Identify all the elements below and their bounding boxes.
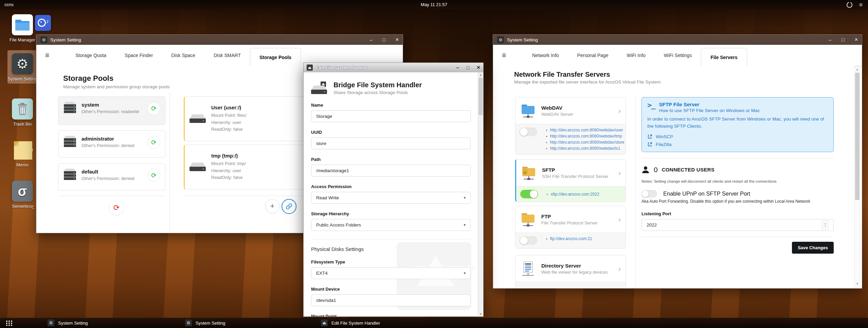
listening-port-input[interactable]: 2022 ∧∨ — [641, 219, 834, 231]
close-button[interactable]: × — [396, 37, 399, 43]
taskbar-item-system-setting-2[interactable]: ⚙ System Setting — [185, 318, 225, 328]
scrollbar-thumb[interactable] — [855, 73, 860, 200]
tab-network-info[interactable]: Network Info — [523, 45, 568, 66]
tab-storage-pools[interactable]: Storage Pools — [250, 48, 301, 66]
server-card-sftp[interactable]: SFTP SSH File Transfer Protocol Server ›… — [515, 159, 626, 202]
tab-file-servers[interactable]: File Servers — [701, 48, 747, 66]
taskbar-item-system-setting-1[interactable]: ⚙ System Setting — [48, 318, 88, 328]
scroll-down-icon[interactable]: ∨ — [478, 312, 483, 315]
chevron-right-icon[interactable]: › — [618, 216, 621, 223]
mount-device-label: Mount Device — [311, 287, 471, 292]
connected-count: 0 — [654, 166, 658, 174]
chevron-right-icon[interactable]: › — [618, 107, 621, 115]
bullet-icon: ▸ — [547, 193, 548, 196]
storage-hierarchy-select[interactable]: Public Access Folders▾ — [311, 219, 471, 231]
caret-down-icon: ▾ — [464, 271, 466, 275]
fsh-hierarchy: Hierarchy: user — [211, 119, 246, 126]
webdav-url-link[interactable]: ▸http://dev.arozos.com:8080/webdav/user — [546, 128, 624, 132]
scrollbar-thumb[interactable] — [478, 78, 483, 115]
tab-storage-quota[interactable]: Storage Quota — [66, 45, 115, 66]
tab-wifi-info[interactable]: WiFi Info — [617, 45, 654, 66]
close-button[interactable]: × — [477, 64, 480, 71]
top-menu-bar: ccns May 11 21:57 ≡ — [0, 0, 868, 10]
uuid-input[interactable]: store — [311, 138, 471, 149]
desktop-icon-music[interactable]: ♪ — [35, 15, 51, 31]
number-spinner[interactable]: ∧∨ — [822, 220, 829, 229]
dialog-titlebar[interactable]: ⏏ Edit File System Handler – □ × — [304, 63, 483, 73]
tab-disk-smart[interactable]: Disk SMART — [204, 45, 250, 66]
hamburger-icon[interactable]: ≡ — [45, 51, 49, 59]
minimize-button[interactable]: – — [829, 37, 831, 42]
pool-permission: Other's Permission: denied — [82, 176, 134, 181]
hamburger-icon[interactable]: ≡ — [502, 51, 506, 59]
path-input[interactable]: /media/storage1 — [311, 165, 471, 177]
connection-notes: Notes: Setting change will disconnect al… — [641, 179, 834, 183]
maximize-button[interactable]: □ — [467, 65, 469, 70]
scroll-down-icon[interactable]: ∨ — [855, 282, 860, 285]
desktop-icon-system-setting[interactable]: ⚙ System Setting — [7, 50, 37, 84]
menu-icon[interactable]: ≡ — [859, 2, 863, 8]
ftp-toggle[interactable] — [520, 236, 537, 245]
mount-device-input[interactable]: /dev/sda1 — [311, 294, 471, 306]
webdav-url-link[interactable]: ▸http://dev.arozos.com:8080/webdav/tmp — [546, 134, 624, 139]
chevron-right-icon[interactable]: › — [618, 265, 621, 273]
desktop-icon-memo[interactable]: Memo — [7, 139, 37, 168]
desktop-icon-trash-bin[interactable]: Trash Bin — [7, 98, 37, 127]
fsh-card-user[interactable]: User (user:/) Mount Point: files/ Hierar… — [184, 96, 311, 141]
window-titlebar[interactable]: ⚙ System Setting – □ × — [493, 35, 862, 45]
access-permission-select[interactable]: Read Write▾ — [311, 192, 471, 204]
scroll-up-icon[interactable]: ∧ — [478, 73, 483, 77]
bridge-fsh-button[interactable] — [282, 199, 296, 214]
upnp-toggle[interactable] — [641, 190, 657, 198]
chevron-right-icon[interactable]: › — [618, 169, 621, 177]
pool-card-administrator[interactable]: administrator Other's Permission: denied… — [58, 130, 165, 158]
pool-sync-button[interactable]: ⟳ — [147, 136, 160, 149]
minimize-button[interactable]: – — [456, 65, 459, 70]
app-launcher-icon[interactable] — [6, 321, 7, 322]
tab-wifi-settings[interactable]: WiFi Settings — [655, 45, 701, 66]
fsh-name: tmp (tmp:/) — [211, 153, 246, 159]
gear-icon: ⚙ — [12, 53, 33, 74]
taskbar-item-edit-fsh[interactable]: ⏏ Edit File System Handler — [321, 318, 380, 328]
eject-icon: ⏏ — [307, 65, 313, 71]
tab-disk-space[interactable]: Disk Space — [162, 45, 204, 66]
desktop-icon-file-manager[interactable]: File Manager — [7, 14, 37, 43]
sftp-toggle[interactable] — [520, 190, 538, 198]
name-input[interactable]: Storage — [311, 110, 471, 122]
client-link-filezilla[interactable]: FileZilla — [647, 142, 828, 147]
webdav-url-link[interactable]: ▸http://dev.arozos.com:8080/webdav/store — [546, 140, 624, 145]
pool-card-system[interactable]: system Other's Permission: readwrite ⟳ — [58, 96, 165, 125]
ftp-url-link[interactable]: ▸ftp://dev.arozos.com:21 — [546, 236, 592, 241]
server-card-webdav[interactable]: WebDAV WebDAV Server › ▸http://dev.arozo… — [515, 97, 626, 154]
server-card-ftp[interactable]: FTP File Transfer Protocol Server › ▸ftp… — [515, 206, 626, 249]
tab-personal-page[interactable]: Personal Page — [568, 45, 618, 66]
pool-sync-button[interactable]: ⟳ — [147, 102, 160, 115]
desktop-icon-serverless[interactable]: σ Serverless — [7, 181, 37, 209]
pool-card-default[interactable]: default Other's Permission: denied ⟳ — [58, 163, 165, 190]
client-link-winscp[interactable]: WinSCP — [647, 134, 828, 139]
fsh-card-tmp[interactable]: tmp (tmp:/) Mount Point: tmp/ Hierarchy:… — [184, 145, 311, 189]
vertical-scrollbar[interactable]: ∧ ∨ — [478, 72, 483, 316]
minimize-button[interactable]: – — [369, 37, 372, 42]
scroll-up-icon[interactable]: ∧ — [855, 68, 860, 71]
close-button[interactable]: × — [855, 37, 858, 43]
maximize-button[interactable]: □ — [382, 37, 385, 42]
sftp-url-link[interactable]: ▸sftp://dev.arozos.com:2022 — [547, 192, 599, 197]
filesystem-type-select[interactable]: EXT4▾ — [311, 267, 471, 279]
maximize-button[interactable]: □ — [842, 37, 844, 42]
webdav-toggle[interactable] — [520, 128, 537, 136]
access-permission-label: Access Permission — [311, 184, 471, 189]
server-card-directory[interactable]: Directory Server Web file viewer for leg… — [515, 255, 626, 288]
add-fsh-button[interactable]: + — [265, 199, 279, 213]
window-titlebar[interactable]: ⚙ System Setting – □ × — [36, 35, 403, 45]
pool-sync-button[interactable]: ⟳ — [147, 169, 160, 182]
power-icon[interactable] — [847, 2, 852, 8]
refresh-pools-button[interactable]: ⟳ — [109, 200, 124, 215]
webdav-url-link[interactable]: ▸http://dev.arozos.com:8080/webdav/is1 — [546, 146, 624, 151]
vertical-scrollbar[interactable]: ∧ ∨ — [854, 67, 860, 287]
filesystem-type-label: Filesystem Type — [311, 259, 471, 265]
divider — [311, 239, 471, 239]
page-subtitle: Manage system and permission group stora… — [63, 84, 170, 89]
save-changes-button[interactable]: Save Changes — [792, 242, 834, 254]
tab-space-finder[interactable]: Space Finder — [115, 45, 162, 66]
